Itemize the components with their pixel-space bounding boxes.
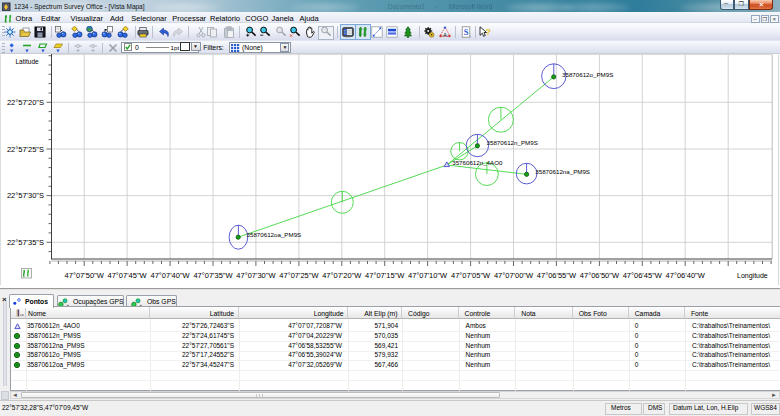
svg-text:35870612o_PM9S: 35870612o_PM9S bbox=[562, 71, 613, 78]
svg-text:47°06'50"W: 47°06'50"W bbox=[580, 271, 620, 280]
svg-text:47°07'15"W: 47°07'15"W bbox=[365, 271, 405, 280]
svg-text:22°57'30"S: 22°57'30"S bbox=[7, 191, 44, 200]
svg-text:47°07'05"W: 47°07'05"W bbox=[451, 271, 491, 280]
svg-text:47°07'20"W: 47°07'20"W bbox=[322, 271, 362, 280]
svg-text:47°07'00"W: 47°07'00"W bbox=[494, 271, 534, 280]
svg-text:Longitude: Longitude bbox=[737, 272, 768, 280]
svg-text:47°07'25"W: 47°07'25"W bbox=[279, 271, 319, 280]
svg-text:47°07'45"W: 47°07'45"W bbox=[107, 271, 147, 280]
svg-text:A: A bbox=[443, 32, 447, 38]
svg-text:47°06'55"W: 47°06'55"W bbox=[537, 271, 577, 280]
svg-text:47°07'50"W: 47°07'50"W bbox=[65, 271, 105, 280]
svg-text:22°57'35"S: 22°57'35"S bbox=[7, 238, 44, 247]
svg-text:Latitude: Latitude bbox=[16, 58, 40, 65]
svg-text:35760612n_4AO0: 35760612n_4AO0 bbox=[452, 159, 503, 166]
svg-text:35870612n_PM9S: 35870612n_PM9S bbox=[487, 139, 538, 146]
svg-text:47°07'35"W: 47°07'35"W bbox=[193, 271, 233, 280]
svg-text:22°57'20"S: 22°57'20"S bbox=[7, 98, 44, 107]
svg-text:35870612na_PM9S: 35870612na_PM9S bbox=[535, 168, 590, 175]
svg-text:22°57'25"S: 22°57'25"S bbox=[7, 145, 44, 154]
svg-text:47°06'45"W: 47°06'45"W bbox=[623, 271, 663, 280]
svg-text:35870612oa_PM9S: 35870612oa_PM9S bbox=[247, 231, 302, 238]
svg-text:S: S bbox=[463, 27, 468, 37]
svg-text:47°07'40"W: 47°07'40"W bbox=[150, 271, 190, 280]
svg-text:47°07'10"W: 47°07'10"W bbox=[408, 271, 448, 280]
svg-text:?: ? bbox=[485, 27, 491, 37]
svg-text:47°07'30"W: 47°07'30"W bbox=[236, 271, 276, 280]
svg-text:47°06'40"W: 47°06'40"W bbox=[666, 271, 706, 280]
